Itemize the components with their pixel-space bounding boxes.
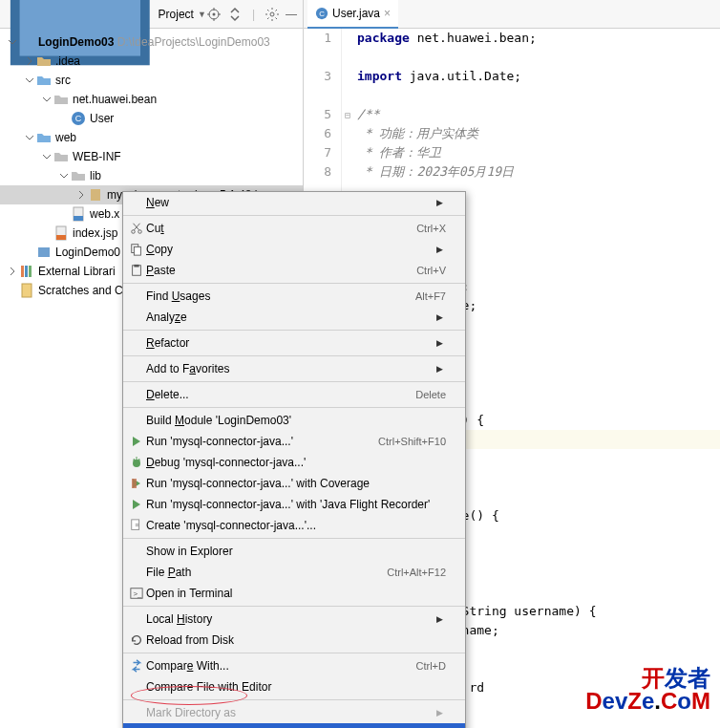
svg-text:C: C (319, 9, 325, 17)
tree-item-idea[interactable]: .idea (0, 52, 303, 71)
locate-icon[interactable] (206, 7, 222, 22)
svg-text:>_: >_ (134, 589, 143, 598)
menu-build-module[interactable]: Build Module 'LoginDemo03' (123, 410, 465, 431)
tree-item-webinf[interactable]: WEB-INF (0, 147, 303, 166)
menu-delete[interactable]: Delete...Delete (123, 384, 465, 405)
menu-copy[interactable]: Copy▶ (123, 239, 465, 260)
svg-rect-14 (74, 216, 83, 221)
svg-rect-17 (38, 247, 50, 257)
svg-point-24 (132, 230, 136, 234)
project-tool-header: Project ▼ | — (0, 0, 303, 29)
menu-find-usages[interactable]: Find UsagesAlt+F7 (123, 286, 465, 307)
svg-rect-19 (25, 266, 28, 277)
hide-icon[interactable]: — (286, 8, 297, 21)
menu-local-history[interactable]: Local History▶ (123, 609, 465, 630)
expand-icon[interactable] (227, 7, 243, 22)
menu-add-favorites[interactable]: Add to Favorites▶ (123, 358, 465, 379)
tree-item-package[interactable]: net.huawei.bean (0, 90, 303, 109)
menu-file-path[interactable]: File PathCtrl+Alt+F12 (123, 562, 465, 583)
tab-close-icon[interactable]: × (384, 7, 391, 20)
menu-run-jfr[interactable]: Run 'mysql-connector-java...' with 'Java… (123, 494, 465, 515)
menu-create-run[interactable]: ≡Create 'mysql-connector-java...'... (123, 515, 465, 536)
menu-new[interactable]: New▶ (123, 192, 465, 213)
svg-rect-20 (29, 266, 32, 277)
menu-refactor[interactable]: Refactor▶ (123, 332, 465, 353)
svg-text:≡: ≡ (135, 522, 138, 528)
svg-rect-9 (20, 37, 33, 47)
menu-paste[interactable]: PasteCtrl+V (123, 260, 465, 281)
menu-show-explorer[interactable]: Show in Explorer (123, 541, 465, 562)
menu-add-as-library[interactable]: Add as Library... (123, 723, 465, 728)
svg-point-25 (138, 230, 142, 234)
svg-rect-12 (91, 189, 100, 201)
menu-debug[interactable]: Debug 'mysql-connector-java...' (123, 452, 465, 473)
tree-item-src[interactable]: src (0, 71, 303, 90)
project-title: Project (159, 8, 194, 21)
svg-point-8 (270, 12, 274, 16)
svg-text:C: C (75, 114, 82, 123)
svg-rect-21 (22, 284, 32, 297)
tree-item-user-class[interactable]: CUser (0, 109, 303, 128)
menu-mark-directory: Mark Directory as▶ (123, 702, 465, 723)
svg-rect-16 (56, 235, 66, 240)
menu-run[interactable]: Run 'mysql-connector-java...'Ctrl+Shift+… (123, 431, 465, 452)
tab-user-java[interactable]: C User.java × (307, 0, 398, 29)
menu-open-terminal[interactable]: >_Open in Terminal (123, 583, 465, 604)
tree-project-root[interactable]: LoginDemo03 D:\IdeaProjects\LoginDemo03 (0, 32, 303, 52)
svg-rect-29 (134, 265, 138, 268)
menu-cut[interactable]: CutCtrl+X (123, 218, 465, 239)
svg-point-3 (212, 12, 215, 15)
menu-analyze[interactable]: Analyze▶ (123, 307, 465, 328)
tree-item-web[interactable]: web (0, 128, 303, 147)
menu-reload[interactable]: Reload from Disk (123, 630, 465, 651)
gear-icon[interactable] (265, 7, 280, 22)
class-icon: C (315, 7, 328, 20)
context-menu: New▶ CutCtrl+X Copy▶ PasteCtrl+V Find Us… (122, 191, 466, 728)
tree-item-lib[interactable]: lib (0, 166, 303, 185)
svg-rect-27 (134, 246, 140, 255)
editor-tabs: C User.java × (304, 0, 720, 29)
menu-compare-with[interactable]: Compare With...Ctrl+D (123, 655, 465, 676)
menu-run-coverage[interactable]: Run 'mysql-connector-java...' with Cover… (123, 473, 465, 494)
dropdown-icon[interactable]: ▼ (198, 10, 206, 19)
watermark: 开发者 DevZe.CoM (585, 667, 710, 713)
svg-rect-18 (21, 266, 24, 277)
menu-compare-editor[interactable]: Compare File with Editor (123, 676, 465, 697)
